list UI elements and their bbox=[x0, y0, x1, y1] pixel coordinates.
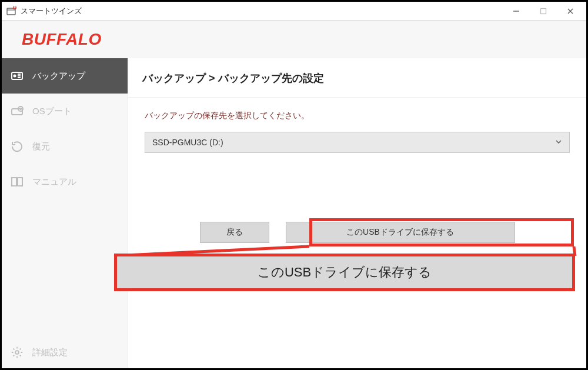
sidebar-item-label: 復元 bbox=[32, 141, 50, 152]
sidebar-item-label: マニュアル bbox=[32, 176, 76, 188]
save-usb-button[interactable]: このUSBドライブに保存する bbox=[286, 222, 515, 243]
body: バックアップ OSブート bbox=[2, 58, 586, 368]
sidebar: バックアップ OSブート bbox=[2, 58, 128, 368]
back-button[interactable]: 戻る bbox=[200, 222, 269, 243]
app-window: スマートツインズ BUFFALO bbox=[0, 0, 588, 370]
title-left: スマートツインズ bbox=[6, 6, 82, 16]
sidebar-item-osboot[interactable]: OSブート bbox=[2, 94, 128, 129]
sidebar-item-manual[interactable]: マニュアル bbox=[2, 164, 128, 199]
sidebar-item-label: バックアップ bbox=[32, 71, 85, 82]
svg-rect-2 bbox=[541, 8, 546, 14]
gear-icon bbox=[10, 345, 24, 359]
select-value: SSD-PGMU3C (D:) bbox=[152, 138, 223, 147]
disk-icon bbox=[10, 69, 24, 83]
brand-logo: BUFFALO bbox=[22, 30, 102, 49]
highlight-large-label: このUSBドライブに保存する bbox=[258, 264, 432, 281]
app-icon bbox=[6, 6, 17, 15]
sidebar-item-label: 詳細設定 bbox=[32, 347, 68, 358]
sidebar-item-backup[interactable]: バックアップ bbox=[2, 58, 128, 94]
button-row: 戻る このUSBドライブに保存する bbox=[128, 222, 586, 243]
svg-point-7 bbox=[15, 351, 19, 354]
chevron-down-icon bbox=[555, 137, 562, 148]
brand-bar: BUFFALO bbox=[2, 21, 586, 58]
minimize-button[interactable] bbox=[503, 2, 530, 20]
destination-select[interactable]: SSD-PGMU3C (D:) bbox=[145, 132, 570, 153]
instruction-text: バックアップの保存先を選択してください。 bbox=[128, 98, 586, 132]
back-button-label: 戻る bbox=[226, 227, 243, 238]
sidebar-item-restore[interactable]: 復元 bbox=[2, 129, 128, 164]
close-button[interactable] bbox=[557, 2, 584, 20]
main-content: バックアップ > バックアップ先の設定 バックアップの保存先を選択してください。… bbox=[128, 58, 586, 368]
window-controls bbox=[503, 2, 584, 20]
breadcrumb: バックアップ > バックアップ先の設定 bbox=[128, 58, 586, 98]
maximize-button[interactable] bbox=[530, 2, 557, 20]
sidebar-item-settings[interactable]: 詳細設定 bbox=[2, 340, 128, 368]
sidebar-item-label: OSブート bbox=[32, 106, 72, 117]
svg-line-9 bbox=[574, 246, 575, 256]
save-usb-button-label: このUSBドライブに保存する bbox=[346, 227, 454, 238]
svg-point-4 bbox=[14, 75, 16, 77]
title-bar: スマートツインズ bbox=[2, 2, 586, 21]
book-icon bbox=[10, 175, 24, 189]
svg-line-8 bbox=[128, 246, 309, 256]
highlight-large-save-button: このUSBドライブに保存する bbox=[114, 254, 575, 291]
window-title: スマートツインズ bbox=[21, 6, 82, 16]
restore-icon bbox=[10, 139, 24, 154]
boot-icon bbox=[10, 104, 24, 118]
